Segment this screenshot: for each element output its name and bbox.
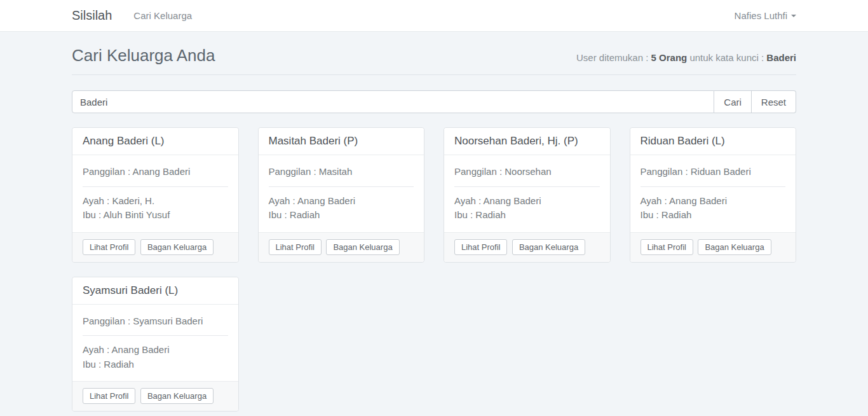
person-card: Riduan Baderi (L) Panggilan : Riduan Bad… xyxy=(630,127,797,263)
person-ibu: Ibu : Radiah xyxy=(269,208,414,223)
lihat-profil-button[interactable]: Lihat Profil xyxy=(83,388,135,404)
person-ibu: Ibu : Radiah xyxy=(83,357,228,372)
divider xyxy=(454,186,600,187)
card-actions: Lihat Profil Bagan Keluarga xyxy=(72,381,238,411)
person-panggilan: Panggilan : Syamsuri Baderi xyxy=(83,314,228,329)
person-name: Noorsehan Baderi, Hj. (P) xyxy=(444,128,610,155)
person-name: Riduan Baderi (L) xyxy=(630,128,796,155)
bagan-keluarga-button[interactable]: Bagan Keluarga xyxy=(326,239,399,255)
divider xyxy=(641,186,786,187)
person-card: Syamsuri Baderi (L) Panggilan : Syamsuri… xyxy=(72,277,239,412)
divider xyxy=(269,186,414,187)
person-details: Panggilan : Noorsehan Ayah : Anang Bader… xyxy=(444,155,610,232)
result-count: 5 Orang xyxy=(651,52,688,63)
result-middle: untuk kata kunci : xyxy=(687,52,766,63)
result-keyword: Baderi xyxy=(766,52,796,63)
result-summary: User ditemukan : 5 Orang untuk kata kunc… xyxy=(576,52,796,66)
person-ibu: Ibu : Aluh Binti Yusuf xyxy=(83,208,228,223)
lihat-profil-button[interactable]: Lihat Profil xyxy=(641,239,693,255)
person-ayah: Ayah : Anang Baderi xyxy=(641,194,786,209)
lihat-profil-button[interactable]: Lihat Profil xyxy=(83,239,135,255)
reset-button[interactable]: Reset xyxy=(752,90,796,113)
person-panggilan: Panggilan : Riduan Baderi xyxy=(641,165,786,179)
person-ibu: Ibu : Radiah xyxy=(641,208,786,223)
divider xyxy=(83,335,228,336)
person-ayah: Ayah : Kaderi, H. xyxy=(83,194,228,209)
page-content: Cari Keluarga Anda User ditemukan : 5 Or… xyxy=(0,32,868,412)
person-ayah: Ayah : Anang Baderi xyxy=(83,343,228,357)
person-name: Masitah Baderi (P) xyxy=(259,128,424,155)
person-panggilan: Panggilan : Noorsehan xyxy=(454,165,600,179)
search-input[interactable] xyxy=(72,90,714,113)
person-ayah: Ayah : Anang Baderi xyxy=(269,194,414,209)
caret-down-icon xyxy=(791,15,796,17)
person-panggilan: Panggilan : Masitah xyxy=(269,165,414,179)
card-actions: Lihat Profil Bagan Keluarga xyxy=(72,232,238,262)
search-form: Cari Reset xyxy=(72,90,796,113)
person-details: Panggilan : Masitah Ayah : Anang Baderi … xyxy=(259,155,424,232)
lihat-profil-button[interactable]: Lihat Profil xyxy=(454,239,507,255)
card-actions: Lihat Profil Bagan Keluarga xyxy=(259,232,424,262)
brand-silsilah[interactable]: Silsilah xyxy=(72,8,112,23)
user-dropdown[interactable]: Nafies Luthfi xyxy=(735,10,796,21)
bagan-keluarga-button[interactable]: Bagan Keluarga xyxy=(140,388,214,404)
lihat-profil-button[interactable]: Lihat Profil xyxy=(269,239,322,255)
person-ibu: Ibu : Radiah xyxy=(454,208,600,223)
person-details: Panggilan : Syamsuri Baderi Ayah : Anang… xyxy=(72,305,238,382)
navbar: Silsilah Cari Keluarga Nafies Luthfi xyxy=(0,0,868,32)
person-card: Anang Baderi (L) Panggilan : Anang Bader… xyxy=(72,127,239,263)
card-actions: Lihat Profil Bagan Keluarga xyxy=(630,232,796,262)
bagan-keluarga-button[interactable]: Bagan Keluarga xyxy=(512,239,585,255)
results-grid: Anang Baderi (L) Panggilan : Anang Bader… xyxy=(72,127,796,412)
card-actions: Lihat Profil Bagan Keluarga xyxy=(444,232,610,262)
bagan-keluarga-button[interactable]: Bagan Keluarga xyxy=(698,239,771,255)
divider xyxy=(83,186,228,187)
person-name: Syamsuri Baderi (L) xyxy=(72,277,238,305)
person-ayah: Ayah : Anang Baderi xyxy=(454,194,600,209)
cari-button[interactable]: Cari xyxy=(714,90,752,113)
bagan-keluarga-button[interactable]: Bagan Keluarga xyxy=(140,239,214,255)
person-name: Anang Baderi (L) xyxy=(72,128,238,155)
result-prefix: User ditemukan : xyxy=(576,52,651,63)
person-card: Masitah Baderi (P) Panggilan : Masitah A… xyxy=(258,127,425,263)
user-name: Nafies Luthfi xyxy=(735,10,787,21)
person-details: Panggilan : Anang Baderi Ayah : Kaderi, … xyxy=(72,155,238,232)
person-details: Panggilan : Riduan Baderi Ayah : Anang B… xyxy=(630,155,796,232)
person-card: Noorsehan Baderi, Hj. (P) Panggilan : No… xyxy=(444,127,611,263)
nav-item-cari-keluarga[interactable]: Cari Keluarga xyxy=(133,10,192,21)
person-panggilan: Panggilan : Anang Baderi xyxy=(83,165,228,179)
page-header: Cari Keluarga Anda User ditemukan : 5 Or… xyxy=(72,46,796,75)
page-title: Cari Keluarga Anda xyxy=(72,46,215,66)
